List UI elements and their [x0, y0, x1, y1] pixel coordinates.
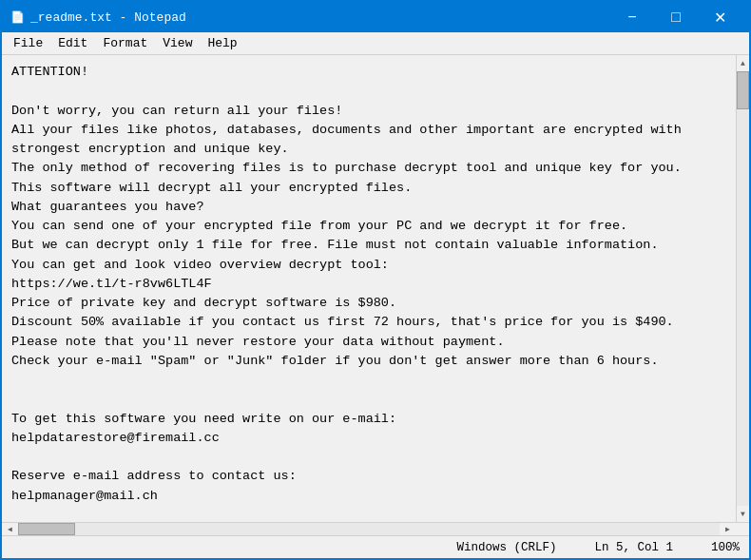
- horizontal-scrollbar[interactable]: ◀ ▶: [2, 522, 749, 535]
- encoding-status: Windows (CRLF): [456, 541, 556, 554]
- vertical-scrollbar[interactable]: ▲ ▼: [736, 55, 749, 522]
- line-col-status: Ln 5, Col 1: [594, 541, 673, 554]
- h-scroll-thumb[interactable]: [18, 523, 75, 535]
- scroll-corner: [736, 523, 749, 536]
- menu-edit[interactable]: Edit: [50, 34, 95, 52]
- zoom-status: 100%: [711, 541, 740, 554]
- title-bar-buttons: − □ ✕: [610, 4, 741, 30]
- scroll-thumb[interactable]: [737, 71, 749, 109]
- notepad-window: 📄 _readme.txt - Notepad − □ ✕ File Edit …: [0, 0, 751, 560]
- scroll-track[interactable]: [737, 71, 749, 506]
- minimize-button[interactable]: −: [610, 4, 654, 30]
- menu-view[interactable]: View: [155, 34, 200, 52]
- title-bar-left: 📄 _readme.txt - Notepad: [10, 10, 186, 25]
- encoding-label: Windows (CRLF): [456, 541, 556, 554]
- window-title: _readme.txt - Notepad: [30, 10, 186, 25]
- title-bar: 📄 _readme.txt - Notepad − □ ✕: [2, 2, 749, 32]
- scroll-down-arrow[interactable]: ▼: [737, 506, 750, 522]
- close-button[interactable]: ✕: [698, 4, 741, 30]
- maximize-button[interactable]: □: [654, 4, 698, 30]
- line-col-label: Ln 5, Col 1: [594, 541, 673, 554]
- text-editor[interactable]: ATTENTION! Don't worry, you can return a…: [2, 55, 736, 522]
- zoom-label: 100%: [711, 541, 740, 554]
- menu-help[interactable]: Help: [200, 34, 244, 52]
- editor-wrapper: ATTENTION! Don't worry, you can return a…: [2, 55, 749, 522]
- scroll-right-arrow[interactable]: ▶: [720, 523, 736, 536]
- menu-bar: File Edit Format View Help: [2, 32, 749, 55]
- menu-file[interactable]: File: [6, 34, 50, 52]
- scroll-left-arrow[interactable]: ◀: [2, 523, 18, 536]
- app-icon: 📄: [10, 10, 25, 25]
- status-bar: Windows (CRLF) Ln 5, Col 1 100%: [2, 535, 749, 558]
- scroll-up-arrow[interactable]: ▲: [737, 55, 750, 71]
- menu-format[interactable]: Format: [95, 34, 155, 52]
- h-scroll-track[interactable]: [18, 523, 720, 535]
